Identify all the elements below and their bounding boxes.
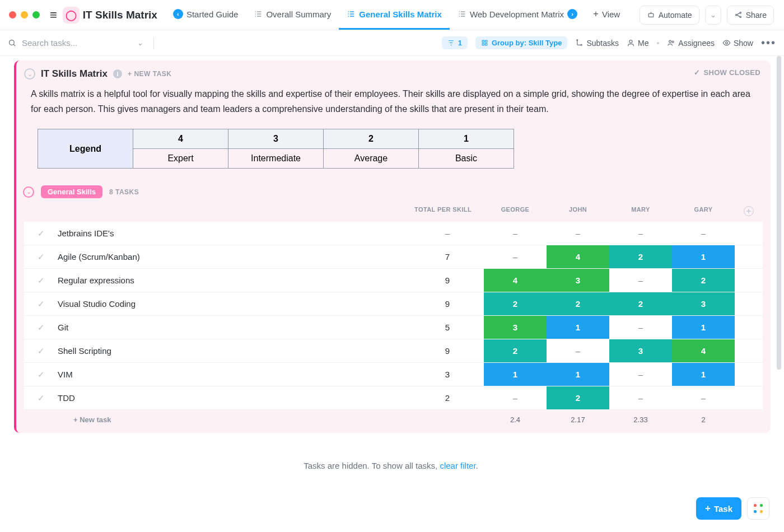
task-status-check[interactable]: ✓	[24, 245, 58, 269]
minimize-window-icon[interactable]	[21, 11, 28, 18]
task-status-check[interactable]: ✓	[24, 222, 58, 245]
col-person[interactable]: JOHN	[547, 198, 609, 222]
clear-filter-link[interactable]: clear filter	[440, 461, 475, 470]
task-status-check[interactable]: ✓	[24, 316, 58, 339]
card-description[interactable]: A skills matrix is a helpful tool for vi…	[31, 86, 756, 116]
skill-cell[interactable]: 1	[672, 363, 735, 386]
skill-cell[interactable]: –	[609, 386, 672, 410]
collapse-toggle[interactable]: ⌄	[24, 68, 35, 80]
me-toggle[interactable]: Me	[627, 39, 648, 48]
task-status-check[interactable]: ✓	[24, 269, 58, 292]
task-name[interactable]: TDD	[58, 386, 411, 410]
more-menu[interactable]: •••	[761, 36, 776, 49]
skill-cell[interactable]: 2	[547, 292, 609, 316]
task-name[interactable]: Visual Studio Coding	[58, 292, 411, 316]
total-cell[interactable]: 7	[411, 245, 484, 269]
new-task-row-button[interactable]: + New task	[58, 410, 411, 430]
close-window-icon[interactable]	[9, 11, 16, 18]
skill-cell[interactable]: –	[609, 222, 672, 245]
card-title[interactable]: IT Skills Matrix	[41, 68, 108, 80]
col-person[interactable]: GEORGE	[484, 198, 547, 222]
task-name[interactable]: Git	[58, 316, 411, 339]
new-task-fab[interactable]: + Task	[696, 497, 741, 520]
task-name[interactable]: Agile (Scrum/Kanban)	[58, 245, 411, 269]
new-task-header-button[interactable]: + NEW TASK	[128, 70, 171, 78]
share-button[interactable]: Share	[727, 6, 774, 25]
assignees-toggle[interactable]: Assignees	[667, 39, 715, 48]
skill-cell[interactable]: 2	[672, 269, 735, 292]
skill-cell[interactable]: 4	[672, 339, 735, 363]
automate-button[interactable]: Automate	[640, 6, 699, 25]
filter-pill[interactable]: 1	[442, 36, 468, 49]
skill-cell[interactable]: 1	[547, 316, 609, 339]
total-cell[interactable]: 5	[411, 316, 484, 339]
skill-cell[interactable]: 3	[672, 292, 735, 316]
show-toggle[interactable]: Show	[722, 39, 753, 48]
skill-cell[interactable]: 4	[547, 245, 609, 269]
skill-cell[interactable]: –	[484, 386, 547, 410]
total-cell[interactable]: 3	[411, 363, 484, 386]
skill-cell[interactable]: –	[484, 222, 547, 245]
task-name[interactable]: VIM	[58, 363, 411, 386]
skill-cell[interactable]: 1	[547, 363, 609, 386]
group-collapse-toggle[interactable]: ⌄	[23, 186, 34, 198]
tab-overall-summary[interactable]: Overall Summary	[246, 0, 339, 30]
task-name[interactable]: Jetbrains IDE's	[58, 222, 411, 245]
chevron-down-icon[interactable]: ⌄	[137, 39, 143, 47]
app-icon[interactable]: ◯	[63, 7, 80, 24]
search-input[interactable]	[21, 38, 133, 48]
apps-button[interactable]	[747, 497, 769, 520]
tab-general-skills-matrix[interactable]: General Skills Matrix	[339, 0, 450, 30]
doc-title[interactable]: IT Skills Matrix	[83, 9, 157, 21]
task-name[interactable]: Shell Scripting	[58, 339, 411, 363]
total-cell[interactable]: 9	[411, 292, 484, 316]
zoom-window-icon[interactable]	[32, 11, 40, 18]
automate-dropdown[interactable]: ⌄	[705, 6, 721, 25]
col-person[interactable]: MARY	[609, 198, 672, 222]
skill-cell[interactable]: 3	[484, 316, 547, 339]
skill-cell[interactable]: 2	[609, 245, 672, 269]
chevron-left-icon[interactable]: ‹	[173, 9, 183, 19]
skill-cell[interactable]: –	[609, 316, 672, 339]
task-name[interactable]: Regular expressions	[58, 269, 411, 292]
skill-cell[interactable]: 2	[484, 292, 547, 316]
task-status-check[interactable]: ✓	[24, 292, 58, 316]
subtasks-toggle[interactable]: Subtasks	[575, 39, 619, 48]
skill-cell[interactable]: 4	[484, 269, 547, 292]
skill-cell[interactable]: –	[672, 222, 735, 245]
skill-cell[interactable]: 2	[547, 386, 609, 410]
tab-started-guide[interactable]: ‹ Started Guide	[165, 0, 246, 30]
total-cell[interactable]: –	[411, 222, 484, 245]
scrollbar[interactable]	[776, 56, 782, 530]
skill-cell[interactable]: 3	[547, 269, 609, 292]
skill-cell[interactable]: –	[484, 245, 547, 269]
info-icon[interactable]: i	[113, 69, 122, 78]
scrollbar-thumb[interactable]	[777, 56, 781, 370]
total-cell[interactable]: 9	[411, 269, 484, 292]
add-view-button[interactable]: + View	[585, 0, 628, 30]
group-name-chip[interactable]: General Skills	[41, 185, 102, 198]
skill-cell[interactable]: 2	[484, 339, 547, 363]
skill-cell[interactable]: –	[547, 339, 609, 363]
task-status-check[interactable]: ✓	[24, 386, 58, 410]
skill-cell[interactable]: 1	[484, 363, 547, 386]
skill-cell[interactable]: –	[609, 269, 672, 292]
skill-cell[interactable]: 2	[609, 292, 672, 316]
add-column-button[interactable]: +	[735, 198, 763, 222]
col-total[interactable]: TOTAL PER SKILL	[411, 198, 484, 222]
total-cell[interactable]: 9	[411, 339, 484, 363]
search-box[interactable]: ⌄	[8, 37, 442, 49]
group-by-pill[interactable]: Group by: Skill Type	[475, 36, 567, 49]
task-status-check[interactable]: ✓	[24, 363, 58, 386]
col-person[interactable]: GARY	[672, 198, 735, 222]
chevron-right-icon[interactable]: ›	[567, 9, 577, 19]
total-cell[interactable]: 2	[411, 386, 484, 410]
tab-web-development-matrix[interactable]: Web Development Matrix ›	[450, 0, 585, 30]
skill-cell[interactable]: –	[547, 222, 609, 245]
skill-cell[interactable]: 1	[672, 316, 735, 339]
skill-cell[interactable]: 3	[609, 339, 672, 363]
skill-cell[interactable]: 1	[672, 245, 735, 269]
skill-cell[interactable]: –	[672, 386, 735, 410]
hamburger-icon[interactable]: ≡	[44, 8, 63, 22]
task-status-check[interactable]: ✓	[24, 339, 58, 363]
